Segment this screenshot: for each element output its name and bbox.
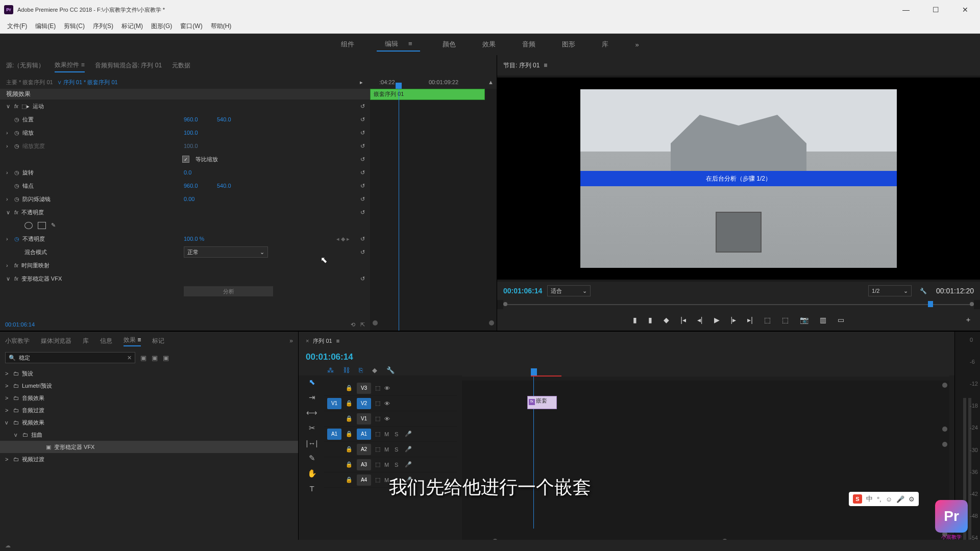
stopwatch-icon[interactable]: ◷ — [14, 116, 19, 123]
tree-row[interactable]: >🗀视频过渡 — [0, 453, 298, 465]
ec-motion[interactable]: ∨fx⬚▸运动↺ — [0, 99, 370, 113]
video-track-header[interactable]: 🔒V3⬚👁 — [324, 381, 457, 396]
maximize-button[interactable]: ☐ — [921, 0, 950, 19]
link-icon[interactable]: ⎘ — [359, 366, 363, 374]
export-icon[interactable]: ⇱ — [360, 321, 365, 328]
ime-logo-icon[interactable]: S — [853, 494, 862, 504]
flicker-val[interactable]: 0.00 — [184, 196, 194, 202]
menu-edit[interactable]: 编辑(E) — [32, 21, 59, 32]
ec-scrollbar[interactable] — [373, 320, 494, 325]
menu-help[interactable]: 帮助(H) — [208, 21, 235, 32]
program-timecode[interactable]: 00:01:06:14 — [503, 287, 542, 295]
opacity-val[interactable]: 100.0 % — [184, 236, 204, 242]
minimize-button[interactable]: — — [891, 0, 921, 19]
tab-effects[interactable]: 效果 ≡ — [124, 336, 141, 346]
tab-source[interactable]: 源:（无剪辑） — [6, 59, 44, 72]
tab-markers[interactable]: 标记 — [152, 337, 164, 345]
cc-icon[interactable]: ☁ — [5, 542, 11, 549]
reset-icon[interactable]: ↺ — [360, 116, 365, 123]
ellipse-mask-icon[interactable] — [24, 222, 33, 229]
timeline-area[interactable]: fx嵌套 — [462, 381, 949, 546]
ime-emoji[interactable]: ☺ — [886, 495, 892, 503]
ws-color[interactable]: 颜色 — [438, 38, 460, 51]
tab-effect-controls[interactable]: 效果控件 ≡ — [55, 59, 84, 72]
go-out-icon[interactable]: ▸| — [747, 316, 753, 324]
ec-master[interactable]: 主要 * 嵌套序列 01 — [6, 79, 53, 86]
ime-punct[interactable]: °, — [877, 495, 881, 503]
tree-row[interactable]: ▣变形稳定器 VFX — [0, 441, 298, 453]
tab-audio-mixer[interactable]: 音频剪辑混合器: 序列 01 — [95, 59, 162, 72]
ripple-tool-icon[interactable]: ⟷ — [306, 408, 317, 417]
close-seq-icon[interactable]: × — [306, 338, 309, 344]
fx-yuv-icon[interactable]: ▣ — [163, 354, 169, 362]
reset-icon[interactable]: ↺ — [360, 249, 365, 256]
ec-clip-path[interactable]: 序列 01 * 嵌套序列 01 — [63, 79, 118, 85]
audio-track-header[interactable]: 🔒A3⬚MS🎤 — [324, 457, 457, 472]
ime-lang[interactable]: 中 — [866, 494, 873, 504]
go-in-icon[interactable]: |◂ — [680, 316, 686, 324]
ec-timeline[interactable]: ▸ :04:22 00:01:09:22 ▲ 嵌套序列 01 — [370, 76, 497, 331]
ws-graphics[interactable]: 图形 — [558, 38, 579, 51]
effects-tree[interactable]: >🗀预设>🗀Lumetri预设>🗀音频效果>🗀音频过渡v🗀视频效果v🗀扭曲▣变形… — [0, 365, 298, 537]
pos-y[interactable]: 540.0 — [217, 116, 231, 122]
wrench-icon[interactable]: 🔧 — [920, 288, 927, 294]
menu-clip[interactable]: 剪辑(C) — [61, 21, 88, 32]
stopwatch-icon[interactable]: ◷ — [14, 130, 19, 136]
ec-opacity-group[interactable]: ∨fx不透明度↺ — [0, 206, 370, 219]
comparison-icon[interactable]: ▥ — [820, 316, 826, 324]
reset-icon[interactable]: ↺ — [360, 236, 365, 242]
ws-effects[interactable]: 效果 — [478, 38, 500, 51]
scale-val[interactable]: 100.0 — [184, 130, 198, 136]
program-scrubber[interactable] — [503, 300, 974, 309]
keyframe-nav[interactable]: ◂ ◆ ▸ — [336, 236, 350, 242]
reset-icon[interactable]: ↺ — [360, 130, 365, 136]
program-monitor[interactable]: 在后台分析（步骤 1/2） — [497, 78, 980, 280]
tab-libraries[interactable]: 库 — [83, 337, 89, 345]
ec-clip-bar[interactable]: 嵌套序列 01 — [370, 89, 485, 100]
analyze-button[interactable]: 分析 — [184, 286, 273, 296]
video-track-header[interactable]: 🔒V1⬚👁 — [324, 411, 457, 427]
ec-timeremap[interactable]: ›fx时间重映射 — [0, 259, 370, 272]
timeline-ruler[interactable] — [462, 366, 949, 377]
playhead-icon[interactable] — [396, 83, 402, 89]
type-tool-icon[interactable]: T — [309, 484, 314, 493]
anchor-x[interactable]: 960.0 — [184, 183, 198, 189]
extract-icon[interactable]: ⬚ — [782, 316, 789, 324]
audio-track-header[interactable]: 🔒A2⬚MS🎤 — [324, 442, 457, 457]
tab-project[interactable]: 小宸教学 — [5, 337, 30, 345]
close-button[interactable]: ✕ — [950, 0, 980, 19]
loop-icon[interactable]: ⟲ — [351, 321, 355, 328]
tree-row[interactable]: v🗀扭曲 — [0, 429, 298, 441]
tab-metadata[interactable]: 元数据 — [172, 59, 190, 72]
pos-x[interactable]: 960.0 — [184, 116, 198, 122]
ws-editing[interactable]: 编辑 ≡ — [377, 37, 420, 52]
play-icon[interactable]: ▸ — [360, 79, 363, 86]
tree-row[interactable]: >🗀音频效果 — [0, 392, 298, 404]
tab-media-browser[interactable]: 媒体浏览器 — [41, 337, 71, 345]
ws-menu-icon[interactable]: ≡ — [404, 38, 416, 49]
lift-icon[interactable]: ⬚ — [764, 316, 771, 324]
reset-icon[interactable]: ↺ — [360, 196, 365, 203]
safe-margins-icon[interactable]: ▭ — [838, 316, 844, 324]
reset-icon[interactable]: ↺ — [360, 103, 365, 110]
pen-mask-icon[interactable]: ✎ — [51, 222, 59, 229]
video-track-header[interactable]: V1🔒V2⬚👁 — [324, 396, 457, 411]
mark-in-icon[interactable]: ▮ — [633, 316, 637, 324]
step-back-icon[interactable]: ◂| — [697, 316, 703, 324]
overflow-icon[interactable]: » — [289, 337, 293, 344]
button-editor-icon[interactable]: ＋ — [965, 315, 972, 324]
stopwatch-icon[interactable]: ◷ — [14, 183, 19, 189]
playhead-marker[interactable] — [928, 301, 933, 307]
tree-row[interactable]: >🗀预设 — [0, 367, 298, 380]
ime-settings[interactable]: ⚙ — [909, 495, 915, 503]
snap-icon[interactable]: ⁂ — [327, 366, 334, 374]
ec-timecode[interactable]: 00:01:06:14 — [5, 321, 35, 328]
marker-icon[interactable]: ◆ — [664, 316, 669, 324]
menu-sequence[interactable]: 序列(S) — [90, 21, 116, 32]
mark-out-icon[interactable]: ▮ — [648, 316, 652, 324]
tab-info[interactable]: 信息 — [100, 337, 112, 345]
stopwatch-icon[interactable]: ◷ — [14, 169, 19, 176]
ime-voice[interactable]: 🎤 — [896, 495, 904, 503]
menu-file[interactable]: 文件(F) — [4, 21, 30, 32]
collapse-icon[interactable]: ▲ — [488, 79, 494, 85]
